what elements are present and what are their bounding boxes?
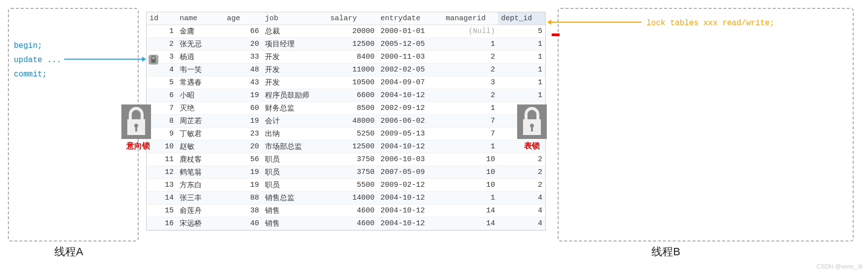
watermark: CSDN @veno_冰: [817, 263, 863, 271]
table-cell: 2007-05-09: [377, 166, 443, 179]
col-job: job: [262, 12, 327, 25]
table-cell: 4: [498, 205, 545, 217]
col-name: name: [177, 12, 224, 25]
table-cell: 2004-09-07: [377, 76, 443, 89]
svg-rect-1: [151, 59, 155, 63]
table-cell: 销售: [262, 205, 327, 217]
table-cell: 2: [443, 89, 498, 102]
table-row: 16宋远桥40销售46002004-10-12144: [147, 217, 545, 230]
table-cell: 杨逍: [177, 51, 224, 64]
table-cell: 4600: [327, 217, 377, 230]
table-cell: 1: [498, 51, 545, 64]
intent-lock-icon: [121, 104, 151, 139]
table-cell: 8: [147, 115, 177, 128]
table-cell: 出纳: [262, 128, 327, 140]
table-cell: (Null): [443, 25, 498, 38]
table-cell: 56: [224, 153, 262, 166]
table-cell: 金庸: [177, 25, 224, 38]
sql-commit: commit;: [14, 70, 47, 79]
table-cell: 48: [224, 64, 262, 76]
table-row: 14张三丰88销售总监140002004-10-1214: [147, 192, 545, 205]
table-cell: 14: [147, 192, 177, 205]
table-cell: 2009-05-13: [377, 128, 443, 140]
table-cell: 23: [224, 128, 262, 140]
table-cell: 13: [147, 179, 177, 192]
table-cell: 5: [147, 76, 177, 89]
table-cell: 2006-06-02: [377, 115, 443, 128]
table-cell: 15: [147, 205, 177, 217]
sql-update: update ...: [14, 56, 61, 65]
table-cell: 10: [147, 140, 177, 153]
table-cell: 2004-10-12: [377, 217, 443, 230]
table-cell: 2: [498, 179, 545, 192]
table-cell: 9: [147, 128, 177, 140]
table-cell: 张无忌: [177, 38, 224, 51]
table-cell: 1: [443, 140, 498, 153]
table-cell: 5: [498, 25, 545, 38]
data-table-container: id name age job salary entrydate manager…: [146, 12, 546, 231]
col-managerid: managerid: [443, 12, 498, 25]
intent-lock-label: 意向锁: [126, 141, 150, 151]
table-cell: 1: [443, 192, 498, 205]
arrow-update-to-row: [64, 59, 143, 60]
table-cell: 19: [224, 89, 262, 102]
table-row: 13方东白19职员55002009-02-12102: [147, 179, 545, 192]
table-cell: 11000: [327, 64, 377, 76]
table-cell: 60: [224, 102, 262, 115]
table-cell: 2004-10-12: [377, 89, 443, 102]
blocked-indicator: [552, 34, 560, 36]
table-cell: 4: [147, 64, 177, 76]
table-cell: 7: [443, 115, 498, 128]
table-cell: 2009-02-12: [377, 179, 443, 192]
table-row: 7灭绝60财务总监85002002-09-1213: [147, 102, 545, 115]
table-cell: 总裁: [262, 25, 327, 38]
table-cell: 1: [498, 64, 545, 76]
table-cell: 8400: [327, 51, 377, 64]
table-cell: 43: [224, 76, 262, 89]
table-header-row: id name age job salary entrydate manager…: [147, 12, 545, 25]
table-cell: 19: [224, 166, 262, 179]
table-row: 8周芷若19会计480002006-06-027: [147, 115, 545, 128]
table-cell: 40: [224, 217, 262, 230]
arrow-lock-to-table: [550, 22, 642, 23]
table-cell: 开发: [262, 51, 327, 64]
table-cell: 小昭: [177, 89, 224, 102]
table-cell: 2: [498, 153, 545, 166]
table-cell: 12500: [327, 38, 377, 51]
table-cell: 16: [147, 217, 177, 230]
table-cell: 10: [443, 153, 498, 166]
table-row: 3杨逍33开发84002000-11-0321: [147, 51, 545, 64]
table-lock-label: 表锁: [524, 141, 540, 151]
table-cell: 2002-09-12: [377, 102, 443, 115]
table-row: 6小昭19程序员鼓励师66002004-10-1221: [147, 89, 545, 102]
table-row: 11鹿杖客56职员37502006-10-03102: [147, 153, 545, 166]
table-cell: 5250: [327, 128, 377, 140]
table-cell: 88: [224, 192, 262, 205]
table-cell: 10: [443, 179, 498, 192]
table-cell: 10: [443, 166, 498, 179]
table-cell: 2: [443, 64, 498, 76]
table-cell: 2002-02-05: [377, 64, 443, 76]
table-cell: 方东白: [177, 179, 224, 192]
table-cell: 2000-11-03: [377, 51, 443, 64]
table-cell: 38: [224, 205, 262, 217]
col-age: age: [224, 12, 262, 25]
table-cell: 职员: [262, 166, 327, 179]
table-cell: 2: [498, 166, 545, 179]
col-dept-id: dept_id: [498, 12, 545, 25]
table-lock-icon: [517, 104, 547, 139]
table-cell: 张三丰: [177, 192, 224, 205]
table-cell: 3750: [327, 153, 377, 166]
table-cell: 19: [224, 179, 262, 192]
table-row: 10赵敏20市场部总监125002004-10-121: [147, 140, 545, 153]
col-id: id: [147, 12, 177, 25]
table-cell: 14: [443, 217, 498, 230]
table-cell: 5500: [327, 179, 377, 192]
table-cell: 宋远桥: [177, 217, 224, 230]
table-cell: 19: [224, 115, 262, 128]
table-row: 12鹤笔翁19职员37502007-05-09102: [147, 166, 545, 179]
thread-b-label: 线程B: [651, 244, 680, 259]
table-row: 9丁敏君23出纳52502009-05-137: [147, 128, 545, 140]
table-cell: 4: [498, 192, 545, 205]
table-cell: 2: [147, 38, 177, 51]
